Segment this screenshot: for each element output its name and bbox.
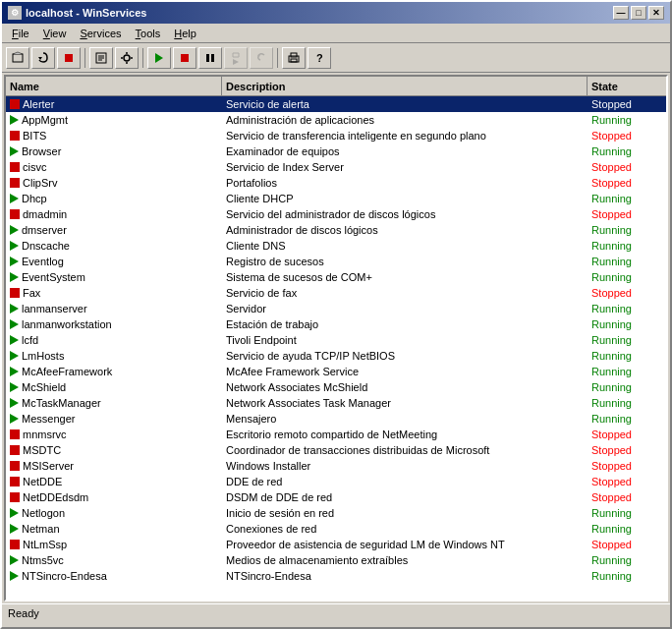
cell-name: mnmsrvc <box>6 428 222 441</box>
toolbar-btn-settings[interactable] <box>115 47 139 69</box>
cell-name: Messenger <box>6 412 222 426</box>
table-row[interactable]: NetDDEdsdm DSDM de DDE de red Stopped <box>6 489 666 505</box>
menu-services[interactable]: Services <box>74 26 127 41</box>
maximize-button[interactable]: □ <box>631 6 646 20</box>
cell-name: MSDTC <box>6 443 222 457</box>
cell-state: Running <box>588 113 666 127</box>
cell-state: Stopped <box>588 475 666 488</box>
menu-help[interactable]: Help <box>168 26 202 41</box>
menu-view[interactable]: View <box>37 26 73 41</box>
table-row[interactable]: Browser Examinador de equipos Running <box>6 143 666 159</box>
svg-marker-1 <box>38 57 42 60</box>
cell-state: Stopped <box>588 160 666 174</box>
table-row[interactable]: ClipSrv Portafolios Stopped <box>6 175 666 191</box>
table-row[interactable]: cisvc Servicio de Index Server Stopped <box>6 159 666 175</box>
table-row[interactable]: Netlogon Inicio de sesión en red Running <box>6 505 666 521</box>
cell-name: NTSincro-Endesa <box>6 569 222 583</box>
cell-state: Running <box>588 396 666 410</box>
col-header-name[interactable]: Name <box>6 77 222 95</box>
table-row[interactable]: Eventlog Registro de sucesos Running <box>6 254 666 269</box>
toolbar-btn-properties[interactable] <box>89 47 113 69</box>
close-button[interactable]: ✕ <box>648 6 664 20</box>
table-row[interactable]: lanmanworkstation Estación de trabajo Ru… <box>6 316 666 332</box>
table-row[interactable]: LmHosts Servicio de ayuda TCP/IP NetBIOS… <box>6 348 666 364</box>
cell-description: Network Associates Task Manager <box>222 396 588 410</box>
cell-description: Servidor <box>222 302 588 315</box>
cell-name: cisvc <box>6 160 222 174</box>
cell-description: Medios de almacenamiento extraíbles <box>222 553 588 567</box>
toolbar-btn-start[interactable] <box>147 47 171 69</box>
cell-description: Servicio de Index Server <box>222 160 588 174</box>
cell-name: Netlogon <box>6 506 222 520</box>
status-text: Ready <box>8 607 39 619</box>
table-row[interactable]: McShield Network Associates McShield Run… <box>6 379 666 395</box>
svg-rect-2 <box>65 54 73 62</box>
table-row[interactable]: MSDTC Coordinador de transacciones distr… <box>6 442 666 458</box>
cell-state: Running <box>588 365 666 378</box>
table-row[interactable]: dmserver Administrador de discos lógicos… <box>6 222 666 238</box>
cell-description: Servicio de fax <box>222 286 588 300</box>
svg-point-7 <box>124 55 130 61</box>
cell-name: McShield <box>6 380 222 394</box>
table-row[interactable]: lcfd Tivoli Endpoint Running <box>6 332 666 348</box>
table-row[interactable]: Ntms5vc Medios de almacenamiento extraíb… <box>6 552 666 568</box>
menu-tools[interactable]: Tools <box>130 26 167 41</box>
svg-marker-12 <box>155 53 163 63</box>
cell-description: Windows Installer <box>222 459 588 473</box>
cell-description: Coordinador de transacciones distribuida… <box>222 443 588 457</box>
table-row[interactable]: mnmsrvc Escritorio remoto compartido de … <box>6 427 666 442</box>
toolbar-btn-refresh[interactable] <box>31 47 55 69</box>
table-row[interactable]: MSIServer Windows Installer Stopped <box>6 458 666 474</box>
toolbar-btn-restart[interactable] <box>224 47 248 69</box>
cell-description: Examinador de equipos <box>222 144 588 158</box>
table-row[interactable]: NtLmSsp Proveedor de asistencia de segur… <box>6 537 666 552</box>
table-row[interactable]: lanmanserver Servidor Running <box>6 301 666 316</box>
toolbar-btn-back[interactable] <box>6 47 29 69</box>
cell-state: Running <box>588 317 666 331</box>
cell-name: Browser <box>6 144 222 158</box>
toolbar-btn-undo[interactable] <box>250 47 273 69</box>
cell-name: McAfeeFramework <box>6 365 222 378</box>
col-header-state[interactable]: State <box>588 77 666 95</box>
toolbar-btn-stop2[interactable] <box>173 47 196 69</box>
cell-state: Running <box>588 270 666 284</box>
table-row[interactable]: Dnscache Cliente DNS Running <box>6 238 666 254</box>
table-row[interactable]: McTaskManager Network Associates Task Ma… <box>6 395 666 411</box>
toolbar-btn-print[interactable] <box>282 47 306 69</box>
toolbar-btn-stop[interactable] <box>57 47 81 69</box>
table-row[interactable]: NTSincro-Endesa NTSincro-Endesa Running <box>6 568 666 584</box>
col-header-description[interactable]: Description <box>222 77 588 95</box>
cell-state: Stopped <box>588 443 666 457</box>
table-body[interactable]: Alerter Servicio de alerta Stopped AppMg… <box>6 96 666 600</box>
table-header: Name Description State <box>6 77 666 96</box>
table-row[interactable]: McAfeeFramework McAfee Framework Service… <box>6 364 666 379</box>
cell-description: Cliente DNS <box>222 239 588 253</box>
cell-state: Running <box>588 380 666 394</box>
table-row[interactable]: Netman Conexiones de red Running <box>6 521 666 537</box>
cell-state: Running <box>588 349 666 363</box>
table-row[interactable]: NetDDE DDE de red Stopped <box>6 474 666 489</box>
toolbar-btn-help[interactable]: ? <box>308 47 331 69</box>
minimize-button[interactable]: — <box>613 6 629 20</box>
menu-file[interactable]: File <box>6 26 35 41</box>
table-row[interactable]: Alerter Servicio de alerta Stopped <box>6 96 666 112</box>
table-row[interactable]: AppMgmt Administración de aplicaciones R… <box>6 112 666 128</box>
table-row[interactable]: Messenger Mensajero Running <box>6 411 666 427</box>
cell-name: lanmanworkstation <box>6 317 222 331</box>
table-row[interactable]: dmadmin Servicio del administrador de di… <box>6 206 666 222</box>
title-bar: ⚙ localhost - WinServices — □ ✕ <box>2 2 670 24</box>
cell-description: Network Associates McShield <box>222 380 588 394</box>
table-row[interactable]: EventSystem Sistema de sucesos de COM+ R… <box>6 269 666 285</box>
cell-description: Tivoli Endpoint <box>222 333 588 347</box>
cell-description: Administrador de discos lógicos <box>222 223 588 237</box>
toolbar-btn-pause[interactable] <box>198 47 222 69</box>
cell-description: NTSincro-Endesa <box>222 569 588 583</box>
table-row[interactable]: Dhcp Cliente DHCP Running <box>6 191 666 206</box>
cell-description: Servicio del administrador de discos lóg… <box>222 207 588 221</box>
table-row[interactable]: Fax Servicio de fax Stopped <box>6 285 666 301</box>
window-title: localhost - WinServices <box>26 7 146 19</box>
table-row[interactable]: BITS Servicio de transferencia inteligen… <box>6 128 666 143</box>
svg-rect-20 <box>291 59 297 62</box>
cell-description: DDE de red <box>222 475 588 488</box>
cell-name: Fax <box>6 286 222 300</box>
